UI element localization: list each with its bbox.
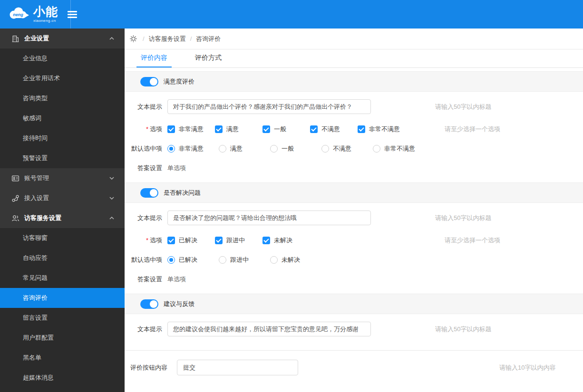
default-option-row: 默认选中项 已解决 跟进中 未解决: [125, 256, 583, 264]
radio-icon[interactable]: [373, 145, 380, 153]
section-header-problem-solved: 是否解决问题: [125, 182, 583, 203]
evaluation-button-label: 评价按钮内容: [125, 363, 167, 372]
sidebar-item-consult-type[interactable]: 咨询类型: [0, 88, 125, 108]
sidebar-item-common-phrases[interactable]: 企业常用话术: [0, 68, 125, 88]
sidebar-item-company-info[interactable]: 企业信息: [0, 48, 125, 68]
footer-hint: 请输入10字以内内容: [499, 363, 555, 372]
header-divider: [70, 0, 71, 29]
suggestions-text-prompt-input[interactable]: [167, 322, 371, 336]
options-hint: 请至少选择一个选项: [445, 125, 500, 134]
options-label: 选项: [150, 237, 162, 244]
sidebar-group-label: 访客服务设置: [24, 214, 61, 222]
brand-subtitle: xiaoneng.cn: [33, 19, 58, 23]
radio-icon[interactable]: [270, 256, 278, 264]
hamburger-menu-icon[interactable]: [66, 8, 79, 21]
evaluation-button-row: 评价按钮内容 请输入10字以内内容: [125, 351, 583, 384]
gear-icon[interactable]: [129, 35, 137, 43]
brand-title: 小能: [33, 6, 58, 18]
chevron-up-icon: [109, 217, 114, 220]
evaluation-button-text-input[interactable]: [177, 360, 298, 375]
radio-icon[interactable]: [270, 145, 278, 153]
text-prompt-label: 文本提示: [125, 325, 162, 334]
breadcrumb: / 访客服务设置 / 咨询评价: [125, 29, 583, 49]
radio-selected-icon[interactable]: [167, 256, 175, 264]
checkbox-checked-icon[interactable]: [262, 125, 270, 133]
chevron-down-icon: [109, 177, 114, 180]
sidebar-group-access-settings[interactable]: 接入设置: [0, 188, 125, 208]
problem-solved-toggle[interactable]: [140, 188, 158, 198]
sidebar-group-label: 接入设置: [24, 194, 49, 202]
radio-icon[interactable]: [219, 145, 226, 153]
sidebar-item-message-settings[interactable]: 留言设置: [0, 308, 125, 328]
share-nodes-icon: [11, 194, 19, 202]
checkbox-checked-icon[interactable]: [167, 125, 175, 133]
sidebar-group-label: 账号管理: [24, 174, 49, 182]
section-header-suggestions: 建议与反馈: [125, 294, 583, 314]
answer-setting-label: 答案设置: [125, 164, 162, 172]
options-row: *选项 非常满意 满意 一般 不满意 非常不满意 请至少选择一个选项: [125, 125, 583, 134]
users-icon: [11, 214, 19, 222]
checkbox-checked-icon[interactable]: [262, 237, 270, 244]
sidebar-item-hypermedia-message[interactable]: 超媒体消息: [0, 368, 125, 388]
options-hint: 请至少选择一个选项: [445, 236, 500, 245]
answer-setting-row: 答案设置 单选项: [125, 164, 583, 172]
tab-evaluation-method[interactable]: 评价方式: [191, 49, 226, 67]
sidebar-nav: 企业设置 企业信息 企业常用话术 咨询类型 敏感词 接待时间 预警设置 账号管理…: [0, 29, 125, 392]
text-prompt-label: 文本提示: [125, 103, 162, 111]
satisfaction-text-prompt-input[interactable]: [167, 99, 371, 114]
checkbox-checked-icon[interactable]: [215, 125, 223, 133]
answer-setting-value: 单选项: [167, 164, 186, 172]
building-icon: [11, 35, 19, 43]
brand-logo[interactable]: neng 小能 xiaoneng.cn: [0, 5, 58, 23]
section-header-satisfaction: 满意度评价: [125, 71, 583, 92]
svg-text:neng: neng: [13, 12, 23, 17]
default-option-label: 默认选中项: [125, 256, 162, 264]
sidebar-item-visitor-chat-window[interactable]: 访客聊窗: [0, 228, 125, 248]
sidebar-group-enterprise-settings[interactable]: 企业设置: [0, 29, 125, 48]
sidebar-item-sensitive-words[interactable]: 敏感词: [0, 108, 125, 128]
radio-icon[interactable]: [321, 145, 329, 153]
checkbox-checked-icon[interactable]: [167, 237, 175, 244]
section-title: 建议与反馈: [164, 300, 194, 308]
text-prompt-row: 文本提示 请输入50字以内标题: [125, 210, 583, 225]
main-content: / 访客服务设置 / 咨询评价 评价内容 评价方式 满意度评价 文本提示 请输入…: [125, 29, 583, 392]
suggestions-toggle[interactable]: [140, 299, 158, 309]
breadcrumb-visitor-service-settings[interactable]: 访客服务设置: [149, 35, 186, 43]
tab-bar: 评价内容 评价方式: [125, 49, 583, 68]
sidebar-item-faq[interactable]: 常见问题: [0, 268, 125, 288]
settings-form: 满意度评价 文本提示 请输入50字以内标题 *选项 非常满意 满意 一般 不满意…: [125, 68, 583, 384]
sidebar-item-blacklist[interactable]: 黑名单: [0, 348, 125, 368]
checkbox-checked-icon[interactable]: [358, 125, 365, 133]
breadcrumb-separator: /: [143, 35, 145, 42]
text-prompt-row: 文本提示 请输入50字以内标题: [125, 99, 583, 114]
sidebar-item-user-group-config[interactable]: 用户群配置: [0, 328, 125, 348]
sidebar-group-label: 企业设置: [24, 34, 49, 43]
sidebar-item-auto-reply[interactable]: 自动应答: [0, 248, 125, 268]
sidebar-group-visitor-service-settings[interactable]: 访客服务设置: [0, 208, 125, 228]
radio-selected-icon[interactable]: [167, 145, 175, 153]
satisfaction-toggle[interactable]: [140, 77, 158, 86]
problem-solved-text-prompt-input[interactable]: [167, 210, 371, 225]
breadcrumb-consult-evaluation: 咨询评价: [196, 35, 221, 43]
checkbox-checked-icon[interactable]: [215, 237, 223, 244]
answer-setting-value: 单选项: [167, 275, 186, 284]
input-hint: 请输入50字以内标题: [435, 214, 491, 222]
options-row: *选项 已解决 跟进中 未解决 请至少选择一个选项: [125, 236, 583, 245]
required-asterisk: *: [146, 125, 148, 133]
text-prompt-row: 文本提示 请输入50字以内标题: [125, 322, 583, 336]
sidebar-group-account-management[interactable]: 账号管理: [0, 168, 125, 188]
top-header: neng 小能 xiaoneng.cn: [0, 0, 583, 29]
section-title: 满意度评价: [164, 77, 194, 86]
checkbox-checked-icon[interactable]: [310, 125, 318, 133]
answer-setting-row: 答案设置 单选项: [125, 275, 583, 284]
sidebar-item-warning-settings[interactable]: 预警设置: [0, 148, 125, 168]
radio-icon[interactable]: [219, 256, 226, 264]
tab-evaluation-content[interactable]: 评价内容: [136, 49, 172, 67]
id-card-icon: [11, 174, 19, 182]
sidebar-item-reception-time[interactable]: 接待时间: [0, 128, 125, 148]
sidebar-item-consult-evaluation[interactable]: 咨询评价: [0, 288, 125, 308]
section-title: 是否解决问题: [164, 189, 201, 197]
input-hint: 请输入50字以内标题: [435, 103, 491, 111]
breadcrumb-separator: /: [190, 35, 192, 42]
default-option-label: 默认选中项: [125, 144, 162, 153]
